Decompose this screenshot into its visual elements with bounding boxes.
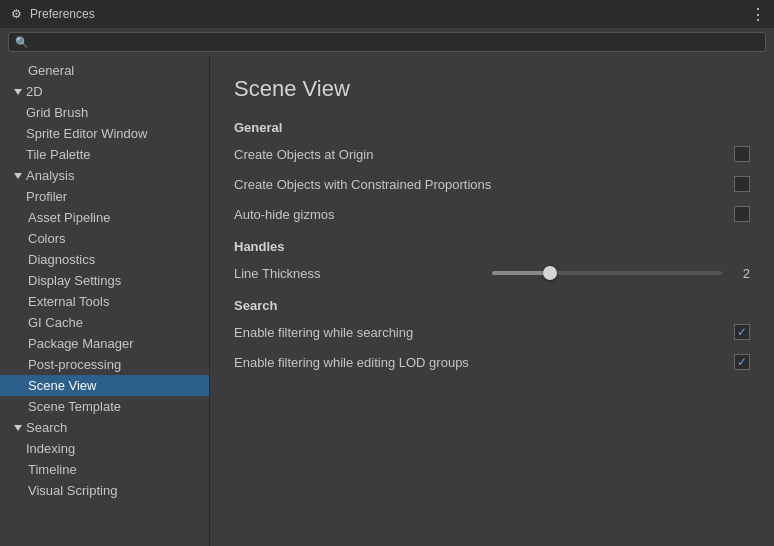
- sidebar-item-2d[interactable]: 2D: [0, 81, 209, 102]
- setting-label-line-thickness: Line Thickness: [234, 266, 492, 281]
- setting-row-constrained-proportions: Create Objects with Constrained Proporti…: [234, 173, 750, 195]
- sidebar-item-label: Scene View: [28, 378, 96, 393]
- sidebar-item-sprite-editor-window[interactable]: Sprite Editor Window: [0, 123, 209, 144]
- sidebar-item-grid-brush[interactable]: Grid Brush: [0, 102, 209, 123]
- sidebar-item-profiler[interactable]: Profiler: [0, 186, 209, 207]
- preferences-icon: ⚙: [8, 6, 24, 22]
- sidebar-item-tile-palette[interactable]: Tile Palette: [0, 144, 209, 165]
- section-label-general: General: [234, 120, 750, 135]
- sidebar-item-external-tools[interactable]: External Tools: [0, 291, 209, 312]
- triangle-icon: [14, 89, 22, 95]
- setting-row-line-thickness: Line Thickness2: [234, 262, 750, 284]
- search-icon: 🔍: [15, 36, 29, 49]
- sidebar-item-visual-scripting[interactable]: Visual Scripting: [0, 480, 209, 501]
- window-title: Preferences: [30, 7, 750, 21]
- slider-value-line-thickness: 2: [730, 266, 750, 281]
- search-input-wrap[interactable]: 🔍: [8, 32, 766, 52]
- checkbox-constrained-proportions[interactable]: [734, 176, 750, 192]
- checkbox-enable-filtering-lod[interactable]: [734, 354, 750, 370]
- sidebar-item-label: Analysis: [26, 168, 74, 183]
- triangle-icon: [14, 173, 22, 179]
- sidebar-item-gi-cache[interactable]: GI Cache: [0, 312, 209, 333]
- sidebar-item-label: Search: [26, 420, 67, 435]
- sidebar-item-label: 2D: [26, 84, 43, 99]
- setting-row-enable-filtering-lod: Enable filtering while editing LOD group…: [234, 351, 750, 373]
- sidebar-item-label: General: [28, 63, 74, 78]
- section-label-search: Search: [234, 298, 750, 313]
- slider-wrap-line-thickness: 2: [492, 266, 750, 281]
- setting-label-enable-filtering-lod: Enable filtering while editing LOD group…: [234, 355, 734, 370]
- setting-row-enable-filtering-searching: Enable filtering while searching: [234, 321, 750, 343]
- sidebar-item-analysis[interactable]: Analysis: [0, 165, 209, 186]
- sidebar-item-label: Visual Scripting: [28, 483, 117, 498]
- sidebar-item-label: External Tools: [28, 294, 109, 309]
- setting-label-create-at-origin: Create Objects at Origin: [234, 147, 734, 162]
- sidebar-item-label: GI Cache: [28, 315, 83, 330]
- sidebar-item-label: Grid Brush: [26, 105, 88, 120]
- menu-button[interactable]: ⋮: [750, 5, 766, 24]
- setting-label-constrained-proportions: Create Objects with Constrained Proporti…: [234, 177, 734, 192]
- setting-label-enable-filtering-searching: Enable filtering while searching: [234, 325, 734, 340]
- sidebar-item-package-manager[interactable]: Package Manager: [0, 333, 209, 354]
- sidebar-item-label: Tile Palette: [26, 147, 91, 162]
- sidebar-item-label: Indexing: [26, 441, 75, 456]
- sidebar-item-display-settings[interactable]: Display Settings: [0, 270, 209, 291]
- sidebar-item-label: Colors: [28, 231, 66, 246]
- sidebar-item-search[interactable]: Search: [0, 417, 209, 438]
- sidebar-item-asset-pipeline[interactable]: Asset Pipeline: [0, 207, 209, 228]
- search-input[interactable]: [33, 35, 759, 49]
- main-area: General2DGrid BrushSprite Editor WindowT…: [0, 56, 774, 546]
- sidebar-item-label: Post-processing: [28, 357, 121, 372]
- slider-thumb-line-thickness[interactable]: [543, 266, 557, 280]
- setting-row-auto-hide-gizmos: Auto-hide gizmos: [234, 203, 750, 225]
- checkbox-create-at-origin[interactable]: [734, 146, 750, 162]
- sidebar-item-post-processing[interactable]: Post-processing: [0, 354, 209, 375]
- title-bar: ⚙ Preferences ⋮: [0, 0, 774, 28]
- sidebar-item-label: Profiler: [26, 189, 67, 204]
- sidebar-item-label: Sprite Editor Window: [26, 126, 147, 141]
- sidebar-item-label: Display Settings: [28, 273, 121, 288]
- sidebar-item-indexing[interactable]: Indexing: [0, 438, 209, 459]
- content-panel: Scene View GeneralCreate Objects at Orig…: [210, 56, 774, 546]
- sidebar: General2DGrid BrushSprite Editor WindowT…: [0, 56, 210, 546]
- sidebar-item-label: Scene Template: [28, 399, 121, 414]
- sidebar-item-label: Timeline: [28, 462, 77, 477]
- setting-row-create-at-origin: Create Objects at Origin: [234, 143, 750, 165]
- checkbox-auto-hide-gizmos[interactable]: [734, 206, 750, 222]
- setting-label-auto-hide-gizmos: Auto-hide gizmos: [234, 207, 734, 222]
- slider-fill-line-thickness: [492, 271, 550, 275]
- page-title: Scene View: [234, 76, 750, 102]
- section-label-handles: Handles: [234, 239, 750, 254]
- slider-track-line-thickness[interactable]: [492, 271, 722, 275]
- checkbox-enable-filtering-searching[interactable]: [734, 324, 750, 340]
- sidebar-item-colors[interactable]: Colors: [0, 228, 209, 249]
- sidebar-item-timeline[interactable]: Timeline: [0, 459, 209, 480]
- sidebar-item-general[interactable]: General: [0, 60, 209, 81]
- search-bar: 🔍: [0, 28, 774, 56]
- sidebar-item-label: Package Manager: [28, 336, 134, 351]
- sidebar-item-diagnostics[interactable]: Diagnostics: [0, 249, 209, 270]
- sidebar-item-scene-view[interactable]: Scene View: [0, 375, 209, 396]
- sidebar-item-label: Asset Pipeline: [28, 210, 110, 225]
- sidebar-item-label: Diagnostics: [28, 252, 95, 267]
- triangle-icon: [14, 425, 22, 431]
- sidebar-item-scene-template[interactable]: Scene Template: [0, 396, 209, 417]
